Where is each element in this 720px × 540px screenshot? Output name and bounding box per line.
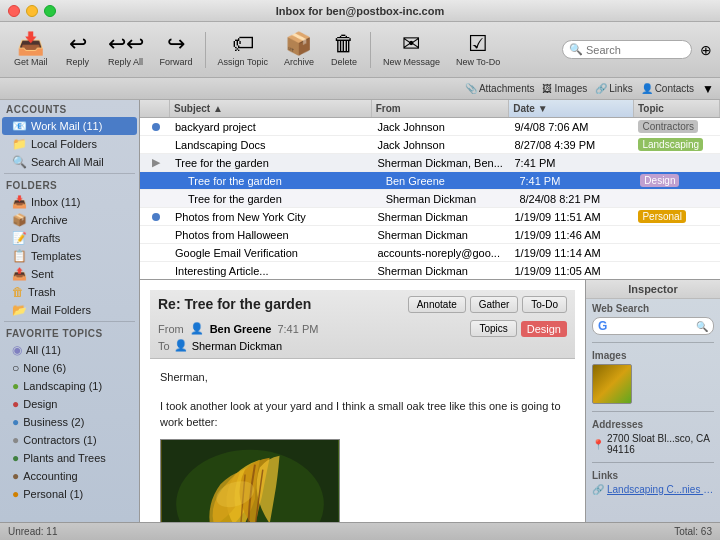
images-button[interactable]: 🖼 Images [542, 83, 587, 94]
reply-button[interactable]: ↩ Reply [58, 29, 98, 71]
row-subject: Photos from Halloween [172, 229, 375, 241]
sidebar-item-archive[interactable]: 📦 Archive [2, 211, 137, 229]
forward-icon: ↪ [167, 33, 185, 55]
sidebar-item-templates[interactable]: 📋 Templates [2, 247, 137, 265]
design-icon: ● [12, 397, 19, 411]
search-go-icon[interactable]: 🔍 [696, 321, 708, 332]
topic-column-header[interactable]: Topic [634, 100, 720, 117]
close-button[interactable] [8, 5, 20, 17]
search-input[interactable] [586, 44, 685, 56]
reply-all-button[interactable]: ↩↩ Reply All [102, 29, 150, 71]
message-to-name: 👤 [174, 339, 188, 352]
sidebar-item-contractors[interactable]: ● Contractors (1) [2, 431, 137, 449]
attachments-button[interactable]: 📎 Attachments [465, 83, 535, 94]
sidebar-item-inbox[interactable]: 📥 Inbox (11) [2, 193, 137, 211]
table-row[interactable]: Interesting Article... Sherman Dickman 1… [140, 262, 720, 280]
delete-button[interactable]: 🗑 Delete [324, 29, 364, 71]
inspector-images-section: Images [586, 346, 720, 408]
row-subject: Tree for the garden [172, 193, 383, 205]
personal-icon: ● [12, 487, 19, 501]
message-greeting: Sherman, [160, 369, 565, 386]
gather-button[interactable]: Gather [470, 296, 519, 313]
new-todo-button[interactable]: ☑ New To-Do [450, 29, 506, 71]
inspector-image-thumb[interactable] [592, 364, 632, 404]
subject-column-header[interactable]: Subject ▲ [170, 100, 372, 117]
row-from: Sherman Dickman [383, 193, 517, 205]
toolbar2-expand-icon[interactable]: ▼ [702, 82, 714, 96]
sidebar-item-personal[interactable]: ● Personal (1) [2, 485, 137, 503]
content-area: Subject ▲ From Date ▼ Topic backyard pro… [140, 100, 720, 522]
forward-button[interactable]: ↪ Forward [154, 29, 199, 71]
inspector-link-text[interactable]: Landscaping C...nies Go Green [607, 484, 714, 495]
google-g-icon: G [598, 319, 607, 333]
inspector-title: Inspector [586, 280, 720, 299]
annotate-button[interactable]: Annotate [408, 296, 466, 313]
row-subject: Photos from New York City [172, 211, 375, 223]
row-from: Sherman Dickman [375, 229, 512, 241]
statusbar: Unread: 11 Total: 63 [0, 522, 720, 540]
drafts-icon: 📝 [12, 231, 27, 245]
to-label: To [158, 340, 170, 352]
get-mail-button[interactable]: 📥 Get Mail [8, 29, 54, 71]
row-from: Ben Greene [383, 175, 517, 187]
archive-button[interactable]: 📦 Archive [278, 29, 320, 71]
table-row[interactable]: Tree for the garden Sherman Dickman 8/24… [140, 190, 720, 208]
row-date: 8/27/08 4:39 PM [512, 139, 636, 151]
assign-topic-button[interactable]: 🏷 Assign Topic [212, 29, 274, 71]
contacts-button[interactable]: 👤 Contacts [641, 83, 694, 94]
table-row[interactable]: Google Email Verification accounts-norep… [140, 244, 720, 262]
row-subject: Google Email Verification [172, 247, 375, 259]
topics-button[interactable]: Topics [470, 320, 516, 337]
sidebar-item-mail-folders[interactable]: 📂 Mail Folders [2, 301, 137, 319]
toolbar-zoom-icon[interactable]: ⊕ [700, 42, 712, 58]
from-column-header[interactable]: From [372, 100, 510, 117]
table-row[interactable]: ▶ Tree for the garden Sherman Dickman, B… [140, 154, 720, 172]
sidebar-item-search-all[interactable]: 🔍 Search All Mail [2, 153, 137, 171]
message-body-content: Sherman, I took another look at your yar… [150, 359, 575, 522]
archive-icon: 📦 [285, 33, 312, 55]
inspector: Inspector Web Search G 🔍 Images [585, 280, 720, 522]
row-date: 7:41 PM [516, 175, 637, 187]
links-button[interactable]: 🔗 Links [595, 83, 632, 94]
minimize-button[interactable] [26, 5, 38, 17]
new-message-button[interactable]: ✉ New Message [377, 29, 446, 71]
row-check[interactable]: ▶ [142, 156, 172, 169]
message-image [160, 439, 340, 523]
sidebar-item-trash[interactable]: 🗑 Trash [2, 283, 137, 301]
row-topic: Design [637, 174, 720, 187]
sidebar-item-local-folders[interactable]: 📁 Local Folders [2, 135, 137, 153]
none-icon: ○ [12, 361, 19, 375]
sent-icon: 📤 [12, 267, 27, 281]
date-column-header[interactable]: Date ▼ [509, 100, 634, 117]
table-row[interactable]: Photos from Halloween Sherman Dickman 1/… [140, 226, 720, 244]
web-search-input[interactable] [609, 321, 696, 332]
todo-button[interactable]: To-Do [522, 296, 567, 313]
message-header: Re: Tree for the garden Annotate Gather … [150, 290, 575, 359]
sidebar-item-all[interactable]: ◉ All (11) [2, 341, 137, 359]
table-row[interactable]: Photos from New York City Sherman Dickma… [140, 208, 720, 226]
toolbar-separator-2 [370, 32, 371, 68]
sidebar-item-plants[interactable]: ● Plants and Trees [2, 449, 137, 467]
row-check[interactable] [142, 123, 172, 131]
message-list[interactable]: Subject ▲ From Date ▼ Topic backyard pro… [140, 100, 720, 280]
message-title: Re: Tree for the garden [158, 296, 311, 312]
sidebar-item-drafts[interactable]: 📝 Drafts [2, 229, 137, 247]
table-row[interactable]: Tree for the garden Ben Greene 7:41 PM D… [140, 172, 720, 190]
table-row[interactable]: backyard project Jack Johnson 9/4/08 7:0… [140, 118, 720, 136]
row-check[interactable] [142, 213, 172, 221]
from-label: From [158, 323, 184, 335]
sidebar-item-work-mail[interactable]: 📧 Work Mail (11) [2, 117, 137, 135]
sidebar-item-accounting[interactable]: ● Accounting [2, 467, 137, 485]
sidebar-item-sent[interactable]: 📤 Sent [2, 265, 137, 283]
table-row[interactable]: Landscaping Docs Jack Johnson 8/27/08 4:… [140, 136, 720, 154]
sidebar-item-design[interactable]: ● Design [2, 395, 137, 413]
sidebar-item-none[interactable]: ○ None (6) [2, 359, 137, 377]
row-date: 1/19/09 11:14 AM [512, 247, 636, 259]
row-from: Sherman Dickman, Ben... [375, 157, 512, 169]
link-icon: 🔗 [592, 484, 604, 495]
new-message-icon: ✉ [402, 33, 420, 55]
maximize-button[interactable] [44, 5, 56, 17]
row-from: Jack Johnson [375, 139, 512, 151]
sidebar-item-business[interactable]: ● Business (2) [2, 413, 137, 431]
sidebar-item-landscaping[interactable]: ● Landscaping (1) [2, 377, 137, 395]
